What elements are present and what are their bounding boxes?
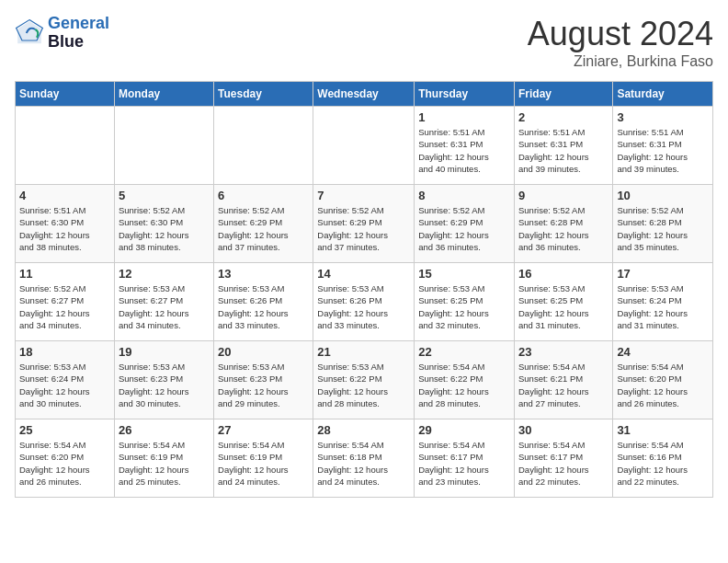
- day-info: Sunrise: 5:54 AM Sunset: 6:16 PM Dayligh…: [617, 439, 709, 488]
- day-number: 21: [317, 345, 410, 359]
- calendar-cell: 8Sunrise: 5:52 AM Sunset: 6:29 PM Daylig…: [415, 185, 515, 263]
- day-number: 12: [119, 267, 210, 281]
- day-number: 27: [218, 423, 309, 437]
- weekday-header-cell: Tuesday: [214, 82, 313, 107]
- calendar-subtitle: Ziniare, Burkina Faso: [528, 53, 713, 70]
- calendar-cell: 28Sunrise: 5:54 AM Sunset: 6:18 PM Dayli…: [313, 419, 415, 498]
- logo-icon: [15, 18, 44, 48]
- day-info: Sunrise: 5:51 AM Sunset: 6:31 PM Dayligh…: [518, 126, 609, 175]
- calendar-cell: 7Sunrise: 5:52 AM Sunset: 6:29 PM Daylig…: [313, 185, 415, 263]
- day-number: 8: [418, 189, 510, 202]
- day-info: Sunrise: 5:52 AM Sunset: 6:28 PM Dayligh…: [518, 204, 609, 253]
- calendar-table: SundayMondayTuesdayWednesdayThursdayFrid…: [15, 81, 713, 498]
- calendar-cell: 19Sunrise: 5:53 AM Sunset: 6:23 PM Dayli…: [114, 341, 213, 419]
- day-number: 1: [418, 110, 510, 124]
- calendar-cell: 31Sunrise: 5:54 AM Sunset: 6:16 PM Dayli…: [613, 419, 713, 498]
- calendar-week-row: 1Sunrise: 5:51 AM Sunset: 6:31 PM Daylig…: [16, 107, 713, 185]
- weekday-header-cell: Saturday: [613, 82, 713, 107]
- day-info: Sunrise: 5:53 AM Sunset: 6:24 PM Dayligh…: [617, 282, 709, 331]
- day-number: 26: [119, 423, 210, 437]
- calendar-cell: 20Sunrise: 5:53 AM Sunset: 6:23 PM Dayli…: [214, 341, 313, 419]
- day-info: Sunrise: 5:54 AM Sunset: 6:18 PM Dayligh…: [317, 439, 410, 488]
- calendar-cell: 6Sunrise: 5:52 AM Sunset: 6:29 PM Daylig…: [214, 185, 313, 263]
- calendar-cell: 17Sunrise: 5:53 AM Sunset: 6:24 PM Dayli…: [613, 263, 713, 341]
- weekday-header-row: SundayMondayTuesdayWednesdayThursdayFrid…: [16, 82, 713, 107]
- calendar-cell: 16Sunrise: 5:53 AM Sunset: 6:25 PM Dayli…: [514, 263, 612, 341]
- calendar-cell: 30Sunrise: 5:54 AM Sunset: 6:17 PM Dayli…: [514, 419, 612, 498]
- calendar-cell: 15Sunrise: 5:53 AM Sunset: 6:25 PM Dayli…: [415, 263, 515, 341]
- calendar-cell: 22Sunrise: 5:54 AM Sunset: 6:22 PM Dayli…: [415, 341, 515, 419]
- day-number: 20: [218, 345, 309, 359]
- calendar-cell: 2Sunrise: 5:51 AM Sunset: 6:31 PM Daylig…: [514, 107, 612, 185]
- day-info: Sunrise: 5:52 AM Sunset: 6:30 PM Dayligh…: [119, 204, 210, 253]
- weekday-header-cell: Thursday: [415, 82, 515, 107]
- day-number: 29: [418, 423, 510, 437]
- calendar-cell: 9Sunrise: 5:52 AM Sunset: 6:28 PM Daylig…: [514, 185, 612, 263]
- logo-text: General Blue: [48, 15, 109, 52]
- calendar-title: August 2024: [528, 15, 713, 53]
- calendar-cell: 21Sunrise: 5:53 AM Sunset: 6:22 PM Dayli…: [313, 341, 415, 419]
- calendar-cell: 12Sunrise: 5:53 AM Sunset: 6:27 PM Dayli…: [114, 263, 213, 341]
- day-number: 25: [19, 423, 110, 437]
- day-number: 17: [617, 267, 709, 281]
- calendar-cell: 5Sunrise: 5:52 AM Sunset: 6:30 PM Daylig…: [114, 185, 213, 263]
- day-info: Sunrise: 5:53 AM Sunset: 6:25 PM Dayligh…: [518, 282, 609, 331]
- logo-line2: Blue: [48, 33, 109, 52]
- day-info: Sunrise: 5:54 AM Sunset: 6:17 PM Dayligh…: [418, 439, 510, 488]
- day-info: Sunrise: 5:54 AM Sunset: 6:22 PM Dayligh…: [418, 361, 510, 409]
- day-info: Sunrise: 5:51 AM Sunset: 6:30 PM Dayligh…: [19, 204, 110, 253]
- calendar-cell: 14Sunrise: 5:53 AM Sunset: 6:26 PM Dayli…: [313, 263, 415, 341]
- weekday-header-cell: Wednesday: [313, 82, 415, 107]
- day-info: Sunrise: 5:52 AM Sunset: 6:29 PM Dayligh…: [418, 204, 510, 253]
- day-info: Sunrise: 5:54 AM Sunset: 6:20 PM Dayligh…: [617, 361, 709, 409]
- weekday-header-cell: Friday: [514, 82, 612, 107]
- day-info: Sunrise: 5:52 AM Sunset: 6:29 PM Dayligh…: [218, 204, 309, 253]
- title-block: August 2024 Ziniare, Burkina Faso: [528, 15, 713, 70]
- weekday-header-cell: Monday: [114, 82, 213, 107]
- calendar-cell: 25Sunrise: 5:54 AM Sunset: 6:20 PM Dayli…: [16, 419, 115, 498]
- day-number: 11: [19, 267, 110, 281]
- day-number: 3: [617, 110, 709, 124]
- day-number: 13: [218, 267, 309, 281]
- page-header: General Blue August 2024 Ziniare, Burkin…: [15, 15, 713, 70]
- day-info: Sunrise: 5:53 AM Sunset: 6:24 PM Dayligh…: [19, 361, 110, 409]
- day-info: Sunrise: 5:51 AM Sunset: 6:31 PM Dayligh…: [418, 126, 510, 175]
- calendar-cell: [214, 107, 313, 185]
- day-info: Sunrise: 5:53 AM Sunset: 6:26 PM Dayligh…: [317, 282, 410, 331]
- calendar-cell: 3Sunrise: 5:51 AM Sunset: 6:31 PM Daylig…: [613, 107, 713, 185]
- calendar-cell: [313, 107, 415, 185]
- day-number: 30: [518, 423, 609, 437]
- day-info: Sunrise: 5:54 AM Sunset: 6:19 PM Dayligh…: [119, 439, 210, 488]
- logo: General Blue: [15, 15, 109, 52]
- day-number: 15: [418, 267, 510, 281]
- day-info: Sunrise: 5:52 AM Sunset: 6:29 PM Dayligh…: [317, 204, 410, 253]
- logo-line1: General: [48, 14, 109, 32]
- calendar-cell: 1Sunrise: 5:51 AM Sunset: 6:31 PM Daylig…: [415, 107, 515, 185]
- day-number: 7: [317, 189, 410, 202]
- day-number: 19: [119, 345, 210, 359]
- calendar-week-row: 4Sunrise: 5:51 AM Sunset: 6:30 PM Daylig…: [16, 185, 713, 263]
- day-info: Sunrise: 5:53 AM Sunset: 6:25 PM Dayligh…: [418, 282, 510, 331]
- day-info: Sunrise: 5:54 AM Sunset: 6:21 PM Dayligh…: [518, 361, 609, 409]
- day-number: 22: [418, 345, 510, 359]
- day-number: 4: [19, 189, 110, 202]
- calendar-cell: 4Sunrise: 5:51 AM Sunset: 6:30 PM Daylig…: [16, 185, 115, 263]
- day-info: Sunrise: 5:52 AM Sunset: 6:27 PM Dayligh…: [19, 282, 110, 331]
- day-info: Sunrise: 5:51 AM Sunset: 6:31 PM Dayligh…: [617, 126, 709, 175]
- day-info: Sunrise: 5:53 AM Sunset: 6:26 PM Dayligh…: [218, 282, 309, 331]
- calendar-cell: 24Sunrise: 5:54 AM Sunset: 6:20 PM Dayli…: [613, 341, 713, 419]
- day-number: 14: [317, 267, 410, 281]
- day-info: Sunrise: 5:54 AM Sunset: 6:20 PM Dayligh…: [19, 439, 110, 488]
- day-info: Sunrise: 5:54 AM Sunset: 6:17 PM Dayligh…: [518, 439, 609, 488]
- calendar-cell: [16, 107, 115, 185]
- calendar-cell: 26Sunrise: 5:54 AM Sunset: 6:19 PM Dayli…: [114, 419, 213, 498]
- day-info: Sunrise: 5:53 AM Sunset: 6:23 PM Dayligh…: [119, 361, 210, 409]
- calendar-cell: 18Sunrise: 5:53 AM Sunset: 6:24 PM Dayli…: [16, 341, 115, 419]
- calendar-cell: 23Sunrise: 5:54 AM Sunset: 6:21 PM Dayli…: [514, 341, 612, 419]
- day-info: Sunrise: 5:54 AM Sunset: 6:19 PM Dayligh…: [218, 439, 309, 488]
- day-info: Sunrise: 5:53 AM Sunset: 6:23 PM Dayligh…: [218, 361, 309, 409]
- day-number: 2: [518, 110, 609, 124]
- day-number: 28: [317, 423, 410, 437]
- calendar-week-row: 18Sunrise: 5:53 AM Sunset: 6:24 PM Dayli…: [16, 341, 713, 419]
- day-number: 18: [19, 345, 110, 359]
